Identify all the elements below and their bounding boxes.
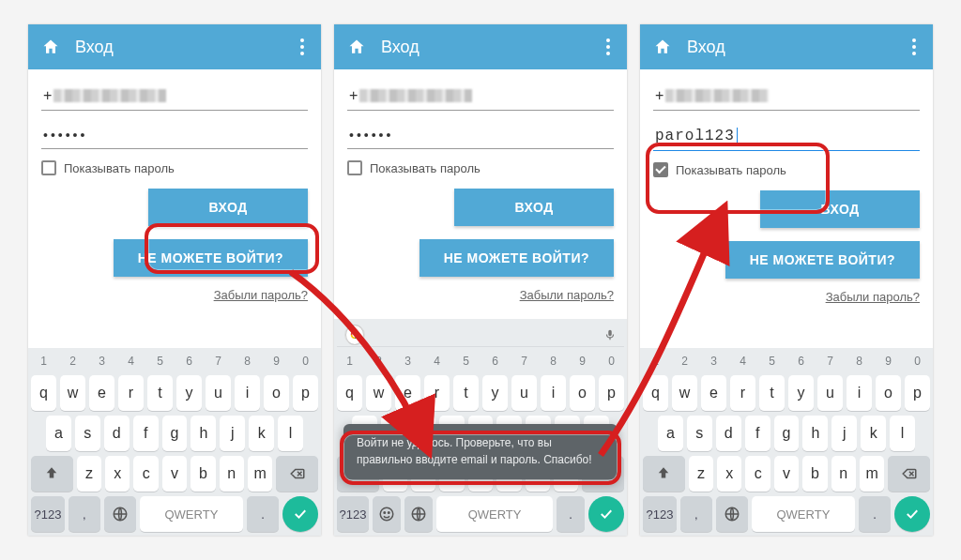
key-s[interactable]: s [687,416,712,451]
key-1[interactable]: 1 [643,352,668,371]
key-q[interactable]: q [31,375,56,411]
enter-key[interactable] [588,496,624,532]
key-h[interactable]: h [802,416,828,451]
login-button[interactable]: ВХОД [760,190,920,228]
key-f[interactable]: f [133,416,159,451]
key-t[interactable]: t [147,375,173,411]
key-u[interactable]: u [511,375,537,411]
overflow-menu-icon[interactable] [908,35,920,59]
key-z[interactable]: z [77,456,101,492]
mic-icon[interactable] [603,326,617,343]
home-icon[interactable] [347,38,366,56]
password-field[interactable]: •••••• [41,120,308,149]
enter-key[interactable] [894,496,930,532]
key-e[interactable]: e [701,375,726,411]
key-r[interactable]: r [730,375,755,411]
forgot-password-link[interactable]: Забыли пароль? [41,288,308,302]
login-button[interactable]: ВХОД [454,189,614,226]
space-key[interactable]: QWERTY [752,496,855,532]
enter-key[interactable] [282,496,318,532]
key-4[interactable]: 4 [424,352,450,371]
backspace-key[interactable] [276,456,318,492]
globe-key[interactable] [104,496,136,532]
phone-field[interactable]: + [653,79,920,111]
shift-key[interactable] [31,456,73,492]
key-p[interactable]: p [293,375,318,411]
key-6[interactable]: 6 [788,352,814,371]
key-a[interactable]: a [46,416,71,451]
key-4[interactable]: 4 [118,352,144,371]
key-l[interactable]: l [278,416,303,451]
key-7[interactable]: 7 [206,352,231,371]
key-c[interactable]: c [745,456,770,492]
key-8[interactable]: 8 [847,352,872,371]
key-p[interactable]: p [905,375,930,411]
key-b[interactable]: b [191,456,215,492]
key-i[interactable]: i [235,375,260,411]
key-8[interactable]: 8 [541,352,566,371]
key-9[interactable]: 9 [570,352,595,371]
overflow-menu-icon[interactable] [603,35,614,59]
key-t[interactable]: t [453,375,479,411]
login-button[interactable]: ВХОД [148,189,308,226]
period-key[interactable]: . [859,496,891,532]
key-5[interactable]: 5 [759,352,785,371]
key-y[interactable]: y [176,375,202,411]
key-3[interactable]: 3 [89,352,114,371]
key-w[interactable]: w [672,375,697,411]
comma-key[interactable]: , [680,496,712,532]
key-0[interactable]: 0 [905,352,930,371]
key-j[interactable]: j [831,416,857,451]
key-o[interactable]: o [876,375,901,411]
key-8[interactable]: 8 [235,352,260,371]
shift-key[interactable] [643,456,685,492]
key-d[interactable]: d [716,416,741,451]
key-x[interactable]: x [105,456,130,492]
key-q[interactable]: q [337,375,362,411]
key-0[interactable]: 0 [293,352,318,371]
password-field[interactable]: parol123 [653,120,920,151]
key-q[interactable]: q [643,375,668,411]
password-field[interactable]: •••••• [347,120,614,149]
key-6[interactable]: 6 [482,352,508,371]
period-key[interactable]: . [557,496,585,532]
key-e[interactable]: e [89,375,114,411]
key-t[interactable]: t [759,375,785,411]
key-i[interactable]: i [847,375,872,411]
key-3[interactable]: 3 [701,352,726,371]
key-i[interactable]: i [541,375,566,411]
key-v[interactable]: v [774,456,799,492]
key-b[interactable]: b [802,456,827,492]
key-r[interactable]: r [118,375,144,411]
backspace-key[interactable] [888,456,930,492]
switch-key[interactable]: ?123 [31,496,65,532]
phone-field[interactable]: + [41,79,308,111]
key-k[interactable]: k [249,416,274,451]
key-w[interactable]: w [60,375,85,411]
forgot-password-link[interactable]: Забыли пароль? [653,290,920,304]
overflow-menu-icon[interactable] [297,35,308,59]
key-y[interactable]: y [482,375,508,411]
key-x[interactable]: x [717,456,741,492]
key-1[interactable]: 1 [337,352,362,371]
phone-field[interactable]: + [347,79,614,111]
key-k[interactable]: k [861,416,886,451]
cant-login-button[interactable]: НЕ МОЖЕТЕ ВОЙТИ? [114,239,308,277]
space-key[interactable]: QWERTY [140,496,243,532]
globe-key[interactable] [404,496,433,532]
show-password-checkbox[interactable]: Показывать пароль [653,162,920,177]
switch-key[interactable]: ?123 [643,496,677,532]
key-h[interactable]: h [191,416,216,451]
key-o[interactable]: o [570,375,595,411]
key-n[interactable]: n [220,456,244,492]
key-p[interactable]: p [599,375,624,411]
key-s[interactable]: s [75,416,100,451]
key-g[interactable]: g [774,416,800,451]
forgot-password-link[interactable]: Забыли пароль? [347,288,614,302]
key-m[interactable]: m [860,456,884,492]
key-c[interactable]: c [133,456,158,492]
key-5[interactable]: 5 [147,352,173,371]
key-m[interactable]: m [248,456,272,492]
key-1[interactable]: 1 [31,352,56,371]
cant-login-button[interactable]: НЕ МОЖЕТЕ ВОЙТИ? [725,241,920,279]
